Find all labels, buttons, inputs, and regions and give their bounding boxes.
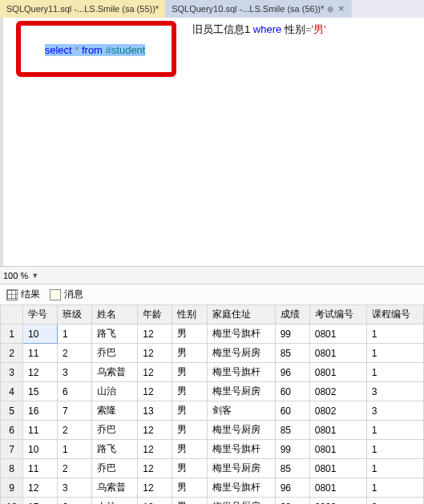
cell[interactable]: 12 [138,440,172,459]
cell[interactable]: 96 [275,363,309,382]
cell[interactable]: 3 [1,363,23,382]
table-row[interactable]: 3123乌索普12男梅里号旗杆9608011 [1,363,424,382]
cell[interactable]: 0801 [309,459,366,478]
cell[interactable]: 8 [1,459,23,478]
col-score[interactable]: 成绩 [275,305,309,325]
cell[interactable]: 10 [1,498,23,505]
col-course[interactable]: 课程编号 [366,305,423,325]
cell[interactable]: 5 [1,401,23,421]
table-row[interactable]: 9123乌索普12男梅里号旗杆9608011 [1,478,424,498]
cell[interactable]: 7 [1,440,23,459]
table-row[interactable]: 10156山治12男梅里号厨房6008023 [1,498,424,505]
cell[interactable]: 0802 [309,498,366,505]
results-grid-wrap[interactable]: 学号 班级 姓名 年龄 性别 家庭住址 成绩 考试编号 课程编号 1101路飞1… [0,304,424,504]
cell[interactable]: 梅里号厨房 [207,421,275,440]
cell[interactable]: 7 [58,401,92,421]
cell[interactable]: 85 [275,421,309,440]
cell[interactable]: 剑客 [207,401,275,421]
cell[interactable]: 85 [275,344,309,363]
cell[interactable]: 男 [172,325,207,344]
cell[interactable]: 0801 [309,344,366,363]
cell[interactable]: 16 [23,401,58,421]
cell[interactable]: 0802 [309,382,366,401]
table-row[interactable]: 5167索隆13男剑客6008023 [1,401,424,421]
table-row[interactable]: 8112乔巴12男梅里号厨房8508011 [1,459,424,478]
table-row[interactable]: 1101路飞12男梅里号旗杆9908011 [1,325,424,344]
cell[interactable]: 12 [138,363,172,382]
sql-editor[interactable]: select * from #student 旧员工信息1 where 性别='… [0,18,424,266]
cell[interactable]: 乔巴 [92,459,138,478]
cell[interactable]: 男 [172,382,207,401]
cell[interactable]: 2 [58,344,92,363]
cell[interactable]: 60 [275,382,309,401]
cell[interactable]: 12 [138,478,172,498]
col-name[interactable]: 姓名 [92,305,138,325]
cell[interactable]: 60 [275,498,309,505]
cell[interactable]: 13 [138,401,172,421]
cell[interactable]: 11 [23,421,58,440]
table-row[interactable]: 4156山治12男梅里号厨房6008023 [1,382,424,401]
cell[interactable]: 15 [23,382,58,401]
col-sex[interactable]: 性别 [172,305,207,325]
cell[interactable]: 梅里号旗杆 [207,478,275,498]
cell[interactable]: 12 [138,498,172,505]
cell[interactable]: 12 [138,421,172,440]
cell[interactable]: 12 [138,382,172,401]
cell[interactable]: 0801 [309,478,366,498]
cell[interactable]: 1 [366,363,423,382]
cell[interactable]: 11 [23,459,58,478]
cell[interactable]: 12 [23,478,58,498]
col-exam[interactable]: 考试编号 [309,305,366,325]
cell[interactable]: 3 [366,401,423,421]
cell[interactable]: 10 [23,440,58,459]
cell[interactable]: 0801 [309,363,366,382]
cell[interactable]: 梅里号厨房 [207,344,275,363]
cell[interactable]: 梅里号厨房 [207,459,275,478]
cell[interactable]: 乔巴 [92,344,138,363]
cell[interactable]: 15 [23,498,58,505]
cell[interactable]: 梅里号旗杆 [207,325,275,344]
cell[interactable]: 梅里号厨房 [207,498,275,505]
cell[interactable]: 6 [58,382,92,401]
cell[interactable]: 4 [1,382,23,401]
tab-query10[interactable]: SQLQuery10.sql -...LS.Smile (sa (56))* ⊕… [165,0,352,18]
tab-messages[interactable]: 消息 [50,288,83,301]
col-class[interactable]: 班级 [58,305,92,325]
cell[interactable]: 1 [366,459,423,478]
cell[interactable]: 2 [1,344,23,363]
cell[interactable]: 0802 [309,401,366,421]
cell[interactable]: 山治 [92,382,138,401]
code-line[interactable]: select * from #student [27,32,416,68]
cell[interactable]: 梅里号旗杆 [207,363,275,382]
col-id[interactable]: 学号 [23,305,58,325]
cell[interactable]: 3 [58,478,92,498]
cell[interactable]: 10 [23,325,58,344]
col-address[interactable]: 家庭住址 [207,305,275,325]
cell[interactable]: 1 [366,440,423,459]
pin-icon[interactable]: ⊕ [327,5,333,14]
table-row[interactable]: 2112乔巴12男梅里号厨房8508011 [1,344,424,363]
cell[interactable]: 梅里号旗杆 [207,440,275,459]
cell[interactable]: 男 [172,363,207,382]
cell[interactable]: 乌索普 [92,478,138,498]
cell[interactable]: 男 [172,344,207,363]
cell[interactable]: 12 [138,459,172,478]
cell[interactable]: 99 [275,440,309,459]
cell[interactable]: 0801 [309,421,366,440]
cell[interactable]: 1 [366,421,423,440]
col-rownum[interactable] [1,305,23,325]
cell[interactable]: 山治 [92,498,138,505]
cell[interactable]: 1 [366,325,423,344]
table-row[interactable]: 6112乔巴12男梅里号厨房8508011 [1,421,424,440]
tab-results[interactable]: 结果 [6,288,40,301]
cell[interactable]: 12 [138,325,172,344]
table-row[interactable]: 7101路飞12男梅里号旗杆9908011 [1,440,424,459]
cell[interactable]: 12 [138,344,172,363]
cell[interactable]: 路飞 [92,325,138,344]
cell[interactable]: 1 [366,478,423,498]
cell[interactable]: 9 [1,478,23,498]
cell[interactable]: 0801 [309,325,366,344]
cell[interactable]: 1 [58,440,92,459]
cell[interactable]: 3 [366,498,423,505]
cell[interactable]: 99 [275,325,309,344]
